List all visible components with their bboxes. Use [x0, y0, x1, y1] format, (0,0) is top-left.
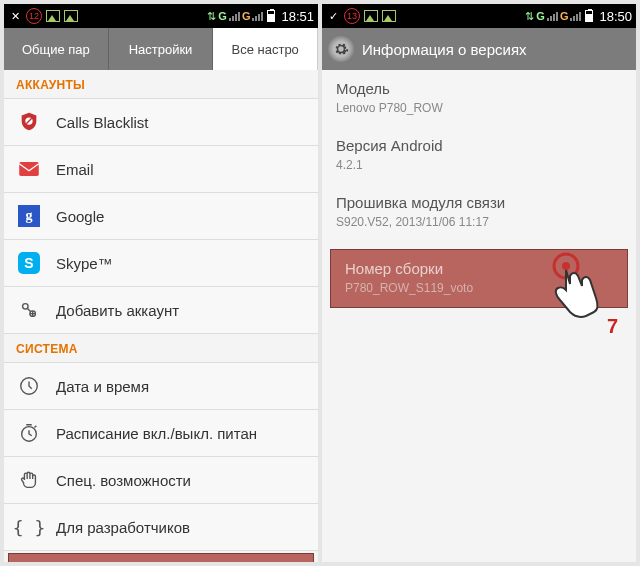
list-item-google[interactable]: g Google: [4, 193, 318, 240]
battery-icon: [585, 10, 593, 22]
info-value: S920.V52, 2013/11/06 11:17: [336, 215, 622, 229]
network-g-icon: G: [560, 10, 569, 22]
google-icon: g: [16, 203, 42, 229]
list-item-label: Для разработчиков: [56, 519, 190, 536]
section-header-system: СИСТЕМА: [4, 334, 318, 363]
list-item-calls-blacklist[interactable]: Calls Blacklist: [4, 99, 318, 146]
mail-icon: [16, 156, 42, 182]
wifi-icon: ⇅: [207, 10, 216, 23]
info-value: Lenovo P780_ROW: [336, 101, 622, 115]
braces-icon: { }: [16, 514, 42, 540]
signal-icon: [570, 11, 581, 21]
network-g-icon: G: [536, 10, 545, 22]
info-row-baseband[interactable]: Прошивка модуля связи S920.V52, 2013/11/…: [322, 184, 636, 241]
settings-tabs: Общие пар Настройки Все настро: [4, 28, 318, 70]
wifi-icon: ⇅: [525, 10, 534, 23]
status-time: 18:50: [599, 9, 632, 24]
list-item-date-time[interactable]: Дата и время: [4, 363, 318, 410]
gear-icon[interactable]: [328, 36, 354, 62]
network-g-icon: G: [242, 10, 251, 22]
expand-icon: ✕: [8, 9, 22, 23]
list-item-add-account[interactable]: Добавить аккаунт: [4, 287, 318, 334]
version-info-list: Модель Lenovo P780_ROW Версия Android 4.…: [322, 70, 636, 562]
signal-icon: [252, 11, 263, 21]
picture-icon: [64, 10, 78, 22]
list-item-email[interactable]: Email: [4, 146, 318, 193]
status-bar: ✕ 12 ⇅ G G 18:51: [4, 4, 318, 28]
page-title: Информация о версиях: [362, 41, 527, 58]
skype-icon: S: [16, 250, 42, 276]
status-bar: ✓ 13 ⇅ G G 18:50: [322, 4, 636, 28]
section-header-accounts: АККАУНТЫ: [4, 70, 318, 99]
list-item-label: Google: [56, 208, 104, 225]
signal-icon: [547, 11, 558, 21]
status-time: 18:51: [281, 9, 314, 24]
timer-icon: [16, 420, 42, 446]
battery-icon: [267, 10, 275, 22]
notification-count: 13: [344, 8, 360, 24]
info-row-android-version[interactable]: Версия Android 4.2.1: [322, 127, 636, 184]
tab-all-settings[interactable]: Все настро: [213, 28, 318, 70]
list-item-label: Дата и время: [56, 378, 149, 395]
shield-icon: [16, 109, 42, 135]
info-label: Номер сборки: [345, 260, 613, 277]
list-item-about-phone[interactable]: О телефоне: [8, 553, 314, 562]
list-item-label: Skype™: [56, 255, 113, 272]
settings-list: АККАУНТЫ Calls Blacklist Email g Google …: [4, 70, 318, 562]
clock-icon: [16, 373, 42, 399]
list-item-schedule-power[interactable]: Расписание вкл./выкл. питан: [4, 410, 318, 457]
picture-icon: [364, 10, 378, 22]
list-item-label: Расписание вкл./выкл. питан: [56, 425, 257, 442]
list-item-developer-options[interactable]: { } Для разработчиков: [4, 504, 318, 551]
info-label: Прошивка модуля связи: [336, 194, 622, 211]
check-icon: ✓: [326, 9, 340, 23]
picture-icon: [382, 10, 396, 22]
list-item-skype[interactable]: S Skype™: [4, 240, 318, 287]
tab-settings[interactable]: Настройки: [109, 28, 214, 70]
phone-right-version-info: ✓ 13 ⇅ G G 18:50 Информация о версиях Мо…: [322, 4, 636, 562]
list-item-label: Email: [56, 161, 94, 178]
picture-icon: [46, 10, 60, 22]
list-item-label: Добавить аккаунт: [56, 302, 179, 319]
tab-general[interactable]: Общие пар: [4, 28, 109, 70]
info-row-build-number[interactable]: Номер сборки P780_ROW_S119_voto: [330, 249, 628, 308]
list-item-label: Спец. возможности: [56, 472, 191, 489]
phone-left-settings: ✕ 12 ⇅ G G 18:51 Общие пар Настройки Все…: [4, 4, 318, 562]
info-label: Версия Android: [336, 137, 622, 154]
plus-icon: [16, 297, 42, 323]
signal-icon: [229, 11, 240, 21]
notification-count: 12: [26, 8, 42, 24]
info-label: Модель: [336, 80, 622, 97]
list-item-accessibility[interactable]: Спец. возможности: [4, 457, 318, 504]
hand-icon: [16, 467, 42, 493]
svg-rect-1: [19, 162, 39, 176]
title-bar: Информация о версиях: [322, 28, 636, 70]
info-row-model[interactable]: Модель Lenovo P780_ROW: [322, 70, 636, 127]
network-g-icon: G: [218, 10, 227, 22]
info-value: 4.2.1: [336, 158, 622, 172]
info-value: P780_ROW_S119_voto: [345, 281, 613, 295]
list-item-label: Calls Blacklist: [56, 114, 149, 131]
